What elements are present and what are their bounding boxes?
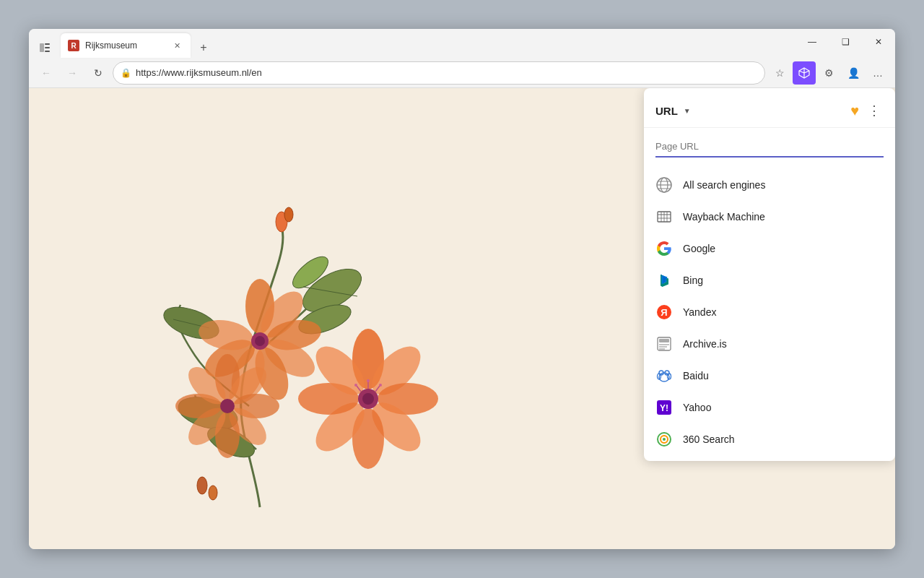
svg-rect-65 <box>659 339 669 342</box>
list-item-baidu[interactable]: Baidu <box>644 360 895 392</box>
google-icon <box>655 240 673 257</box>
extension-icon-button[interactable] <box>793 61 816 85</box>
new-tab-button[interactable]: + <box>193 38 214 58</box>
favorites-star-button[interactable]: ☆ <box>768 61 791 85</box>
list-item-360-search[interactable]: 360 Search <box>644 423 895 455</box>
svg-text:Y!: Y! <box>660 403 668 413</box>
dropdown-more-icon[interactable]: ⋮ <box>865 100 884 121</box>
dropdown-header-right: ♥ ⋮ <box>850 100 884 121</box>
flower-illustration <box>87 131 448 529</box>
dropdown-header: URL ▼ ♥ ⋮ <box>644 88 895 128</box>
dropdown-header-left: URL ▼ <box>655 105 691 117</box>
svg-rect-2 <box>45 47 50 48</box>
all-search-engines-label: All search engines <box>683 179 765 191</box>
address-bar[interactable]: 🔒 https://www.rijksmuseum.nl/en <box>113 61 765 85</box>
page-content: URL ▼ ♥ ⋮ <box>29 88 895 549</box>
bing-icon <box>655 272 673 289</box>
minimize-button[interactable]: — <box>796 29 829 55</box>
browser-window: R Rijksmuseum ✕ + — ❑ ✕ ← → ↻ 🔒 https://… <box>29 29 895 549</box>
baidu-label: Baidu <box>683 370 709 381</box>
google-label: Google <box>683 243 715 254</box>
360-search-label: 360 Search <box>683 434 735 445</box>
svg-text:Я: Я <box>661 307 667 318</box>
more-button[interactable]: … <box>866 61 889 85</box>
tab-close-button[interactable]: ✕ <box>170 39 183 52</box>
svg-point-50 <box>220 399 235 413</box>
toolbar-right-buttons: ☆ ⚙ 👤 … <box>768 61 889 85</box>
toolbar: ← → ↻ 🔒 https://www.rijksmuseum.nl/en ☆ … <box>29 58 895 88</box>
tab-strip: R Rijksmuseum ✕ + <box>35 29 214 58</box>
svg-point-31 <box>354 384 357 387</box>
page-url-input[interactable] <box>655 137 884 158</box>
yahoo-label: Yahoo <box>683 402 711 413</box>
forward-button[interactable]: → <box>61 61 84 85</box>
url-text: https://www.rijksmuseum.nl/en <box>136 67 757 78</box>
window-controls: — ❑ ✕ <box>796 29 895 55</box>
svg-rect-3 <box>45 51 50 52</box>
wayback-machine-label: Wayback Machine <box>683 211 765 223</box>
tab-favicon: R <box>68 40 79 51</box>
yahoo-icon: Y! <box>655 399 673 416</box>
list-item-wayback-machine[interactable]: Wayback Machine <box>644 201 895 233</box>
svg-point-41 <box>255 336 265 346</box>
search-engine-list: All search engines Wayba <box>644 166 895 461</box>
list-item-yandex[interactable]: Я Yandex <box>644 296 895 328</box>
list-item-all-search-engines[interactable]: All search engines <box>644 169 895 201</box>
list-item-yahoo[interactable]: Y! Yahoo <box>644 392 895 423</box>
refresh-button[interactable]: ↻ <box>87 61 110 85</box>
lock-icon: 🔒 <box>121 68 131 78</box>
svg-point-15 <box>209 486 217 500</box>
bing-label: Bing <box>683 275 703 286</box>
svg-point-25 <box>362 393 374 405</box>
svg-rect-0 <box>40 43 44 52</box>
title-bar: R Rijksmuseum ✕ + — ❑ ✕ <box>29 29 895 58</box>
svg-rect-1 <box>45 43 50 45</box>
url-dropdown-label[interactable]: URL <box>655 105 678 117</box>
close-button[interactable]: ✕ <box>862 29 895 55</box>
all-search-engines-icon <box>655 176 673 194</box>
dropdown-arrow-icon[interactable]: ▼ <box>684 107 691 115</box>
svg-point-14 <box>197 477 207 494</box>
search-dropdown-panel: URL ▼ ♥ ⋮ <box>644 88 895 461</box>
favorite-heart-icon[interactable]: ♥ <box>850 103 859 119</box>
back-button[interactable]: ← <box>35 61 58 85</box>
yandex-label: Yandex <box>683 306 716 318</box>
list-item-archive-is[interactable]: Archive.is <box>644 328 895 360</box>
list-item-google[interactable]: Google <box>644 233 895 264</box>
profile-button[interactable]: 👤 <box>842 61 865 85</box>
baidu-icon <box>655 367 673 384</box>
svg-point-13 <box>284 207 293 222</box>
svg-point-78 <box>663 438 666 441</box>
settings-button[interactable]: ⚙ <box>817 61 840 85</box>
maximize-button[interactable]: ❑ <box>829 29 862 55</box>
yandex-icon: Я <box>655 303 673 321</box>
tab-title: Rijksmuseum <box>85 40 166 51</box>
wayback-machine-icon <box>655 208 673 225</box>
svg-point-29 <box>367 379 370 382</box>
svg-point-30 <box>379 384 382 387</box>
archive-is-label: Archive.is <box>683 338 727 350</box>
archive-is-icon <box>655 335 673 353</box>
sidebar-toggle[interactable] <box>35 38 55 58</box>
active-tab[interactable]: R Rijksmuseum ✕ <box>61 33 191 58</box>
list-item-bing[interactable]: Bing <box>644 264 895 296</box>
360-search-icon <box>655 431 673 448</box>
